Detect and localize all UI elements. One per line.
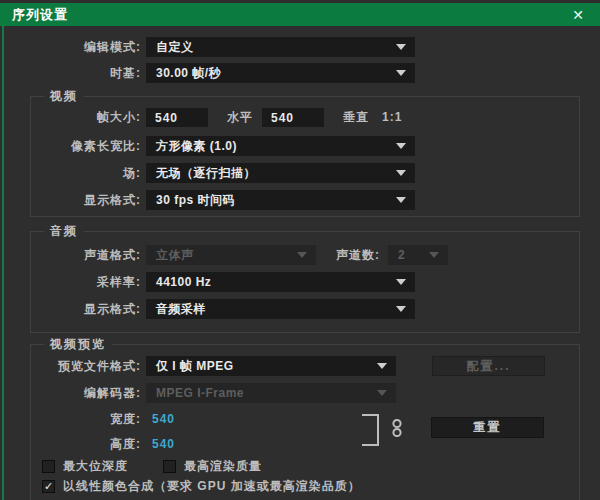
codec-dropdown: MPEG I-Frame bbox=[146, 383, 396, 403]
channel-format-label: 声道格式: bbox=[30, 245, 141, 265]
video-display-format-value: 30 fps 时间码 bbox=[156, 192, 235, 209]
channel-format-dropdown: 立体声 bbox=[146, 245, 316, 265]
chevron-down-icon bbox=[396, 197, 406, 203]
close-icon: ✕ bbox=[572, 7, 584, 23]
preview-file-format-value: 仅 I 帧 MPEG bbox=[156, 358, 234, 375]
audio-display-format-dropdown[interactable]: 音频采样 bbox=[146, 299, 415, 319]
sequence-settings-dialog: 序列设置 ✕ 编辑模式: 自定义 时基: 30.00 帧/秒 视频 帧大小: 水… bbox=[0, 0, 600, 500]
sample-rate-label: 采样率: bbox=[30, 272, 141, 292]
max-render-quality-label: 最高渲染质量 bbox=[184, 459, 262, 474]
close-button[interactable]: ✕ bbox=[565, 3, 591, 26]
audio-section-legend: 音频 bbox=[44, 223, 84, 239]
linear-color-checkbox[interactable]: ✓ bbox=[42, 480, 55, 493]
preview-height-value: 540 bbox=[152, 436, 175, 452]
chevron-down-icon bbox=[396, 143, 406, 149]
reset-button-label: 重置 bbox=[474, 419, 502, 436]
preview-width-label: 宽度: bbox=[30, 411, 141, 427]
channel-format-value: 立体声 bbox=[156, 247, 194, 264]
edit-mode-label: 编辑模式: bbox=[30, 37, 141, 57]
preview-file-format-label: 预览文件格式: bbox=[18, 356, 141, 376]
channel-count-label: 声道数: bbox=[318, 245, 380, 265]
chevron-down-icon bbox=[429, 252, 439, 258]
video-display-format-label: 显示格式: bbox=[30, 190, 141, 210]
timebase-value: 30.00 帧/秒 bbox=[156, 65, 221, 82]
chevron-down-icon bbox=[377, 363, 387, 369]
video-preview-section-legend: 视频预览 bbox=[44, 336, 112, 352]
aspect-ratio-value: 1:1 bbox=[382, 108, 402, 127]
sample-rate-value: 44100 Hz bbox=[156, 275, 211, 289]
audio-display-format-label: 显示格式: bbox=[30, 299, 141, 319]
edit-mode-value: 自定义 bbox=[156, 39, 194, 56]
chevron-down-icon bbox=[396, 70, 406, 76]
window-edge-highlight bbox=[2, 26, 4, 500]
preview-file-format-dropdown[interactable]: 仅 I 帧 MPEG bbox=[146, 356, 396, 376]
codec-label: 编解码器: bbox=[18, 383, 141, 403]
max-render-quality-checkbox[interactable] bbox=[163, 460, 176, 473]
horizontal-label: 水平 bbox=[218, 108, 262, 127]
channel-count-dropdown: 2 bbox=[388, 245, 448, 265]
sample-rate-dropdown[interactable]: 44100 Hz bbox=[146, 272, 415, 292]
chevron-down-icon bbox=[396, 44, 406, 50]
frame-width-input[interactable] bbox=[146, 108, 208, 127]
chevron-down-icon bbox=[377, 390, 387, 396]
chevron-down-icon bbox=[396, 279, 406, 285]
max-bit-depth-label: 最大位深度 bbox=[63, 459, 128, 474]
video-display-format-dropdown[interactable]: 30 fps 时间码 bbox=[146, 190, 415, 210]
fields-value: 无场（逐行扫描） bbox=[156, 165, 256, 182]
timebase-label: 时基: bbox=[30, 63, 141, 83]
max-bit-depth-checkbox[interactable] bbox=[42, 460, 55, 473]
pixel-aspect-value: 方形像素 (1.0) bbox=[156, 138, 237, 155]
fields-label: 场: bbox=[30, 163, 141, 183]
configure-button: 配置... bbox=[432, 356, 545, 376]
channel-count-value: 2 bbox=[398, 248, 405, 262]
codec-value: MPEG I-Frame bbox=[156, 386, 244, 400]
timebase-dropdown[interactable]: 30.00 帧/秒 bbox=[146, 63, 415, 83]
link-width-height-icon[interactable] bbox=[390, 418, 404, 442]
fields-dropdown[interactable]: 无场（逐行扫描） bbox=[146, 163, 415, 183]
chevron-down-icon bbox=[396, 306, 406, 312]
preview-height-label: 高度: bbox=[30, 436, 141, 452]
frame-size-label: 帧大小: bbox=[30, 108, 141, 127]
link-bracket bbox=[362, 414, 379, 446]
edit-mode-dropdown[interactable]: 自定义 bbox=[146, 37, 415, 57]
frame-height-input[interactable] bbox=[262, 108, 324, 127]
dialog-titlebar: 序列设置 bbox=[0, 3, 600, 26]
chevron-down-icon bbox=[297, 252, 307, 258]
video-section-legend: 视频 bbox=[44, 88, 84, 104]
linear-color-label: 以线性颜色合成（要求 GPU 加速或最高渲染品质） bbox=[63, 479, 361, 494]
vertical-label: 垂直 bbox=[334, 108, 378, 127]
reset-button[interactable]: 重置 bbox=[431, 417, 544, 438]
checkmark-icon: ✓ bbox=[44, 481, 53, 492]
chevron-down-icon bbox=[396, 170, 406, 176]
audio-display-format-value: 音频采样 bbox=[156, 301, 206, 318]
configure-button-label: 配置... bbox=[466, 358, 510, 375]
dialog-title: 序列设置 bbox=[12, 6, 68, 24]
preview-width-value: 540 bbox=[152, 411, 175, 427]
pixel-aspect-label: 像素长宽比: bbox=[30, 136, 141, 156]
pixel-aspect-dropdown[interactable]: 方形像素 (1.0) bbox=[146, 136, 415, 156]
